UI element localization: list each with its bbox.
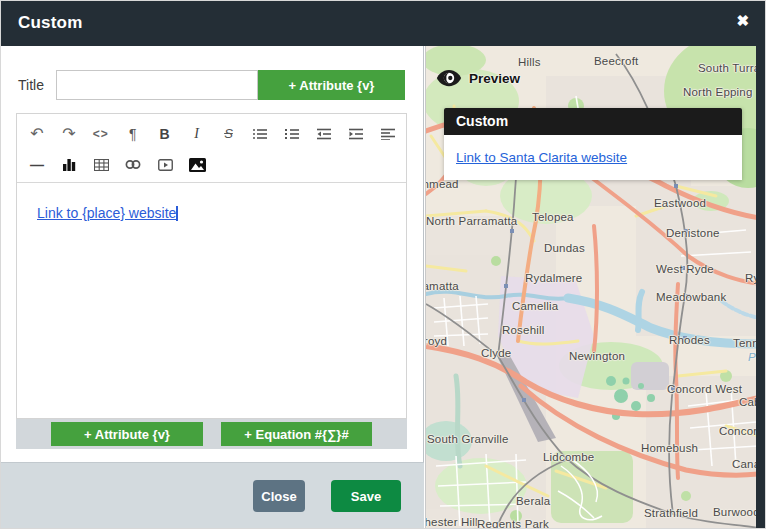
title-row: Title + Attribute {v} (1, 70, 423, 100)
preview-popup: Custom Link to Santa Clarita website (444, 108, 742, 180)
add-equation-button[interactable]: + Equation #{∑}# (221, 422, 372, 446)
modal-edge-strip (756, 1, 765, 529)
preview-label: Preview (469, 71, 520, 86)
toolbar-row-2: — (21, 149, 404, 180)
bold-icon[interactable]: B (149, 121, 181, 147)
editor-panel: Title + Attribute {v} ↶ ↷ <> ¶ B I S (1, 46, 424, 529)
chart-icon[interactable] (53, 152, 85, 178)
outdent-icon[interactable] (308, 121, 340, 147)
redo-icon[interactable]: ↷ (53, 121, 85, 147)
italic-icon[interactable]: I (181, 121, 213, 147)
editor-content[interactable]: Link to {place} website (17, 183, 406, 243)
close-icon[interactable]: ✖ (736, 12, 749, 30)
strikethrough-icon[interactable]: S (213, 121, 245, 147)
title-label: Title (18, 77, 44, 93)
rich-text-editor: ↶ ↷ <> ¶ B I S (16, 113, 407, 419)
editor-toolbar: ↶ ↷ <> ¶ B I S (17, 114, 406, 183)
preview-badge: Preview (436, 69, 520, 87)
modal-title: Custom (18, 13, 82, 33)
title-input[interactable] (56, 70, 258, 100)
popup-body: Link to Santa Clarita website (444, 135, 742, 180)
custom-widget-modal: Custom ✖ Title + Attribute {v} ↶ ↷ <> ¶ … (0, 0, 766, 529)
paragraph-icon[interactable]: ¶ (117, 121, 149, 147)
eye-icon (436, 69, 462, 87)
horizontal-rule-icon[interactable]: — (21, 152, 53, 178)
popup-link[interactable]: Link to Santa Clarita website (456, 150, 627, 165)
close-button[interactable]: Close (253, 480, 305, 512)
image-icon[interactable] (181, 152, 213, 178)
align-left-icon[interactable] (372, 121, 404, 147)
code-icon[interactable]: <> (85, 121, 117, 147)
modal-footer: Close Save (1, 462, 424, 529)
undo-icon[interactable]: ↶ (21, 121, 53, 147)
map-preview[interactable]: HillsBeecroftSouth TurramurraNorth Eppin… (425, 46, 758, 529)
video-icon[interactable] (149, 152, 181, 178)
editor-link[interactable]: Link to {place} website (37, 205, 176, 221)
toolbar-row-1: ↶ ↷ <> ¶ B I S (21, 118, 404, 149)
save-button[interactable]: Save (331, 480, 401, 512)
editor-button-strip: + Attribute {v} + Equation #{∑}# (16, 419, 407, 449)
ordered-list-icon[interactable] (276, 121, 308, 147)
add-attribute-button[interactable]: + Attribute {v} (51, 422, 203, 446)
popup-title: Custom (444, 108, 742, 135)
link-icon[interactable] (117, 152, 149, 178)
text-cursor (176, 206, 178, 221)
modal-header: Custom ✖ (1, 1, 766, 46)
add-attribute-button-top[interactable]: + Attribute {v} (258, 70, 405, 100)
table-icon[interactable] (85, 152, 117, 178)
unordered-list-icon[interactable] (244, 121, 276, 147)
indent-icon[interactable] (340, 121, 372, 147)
